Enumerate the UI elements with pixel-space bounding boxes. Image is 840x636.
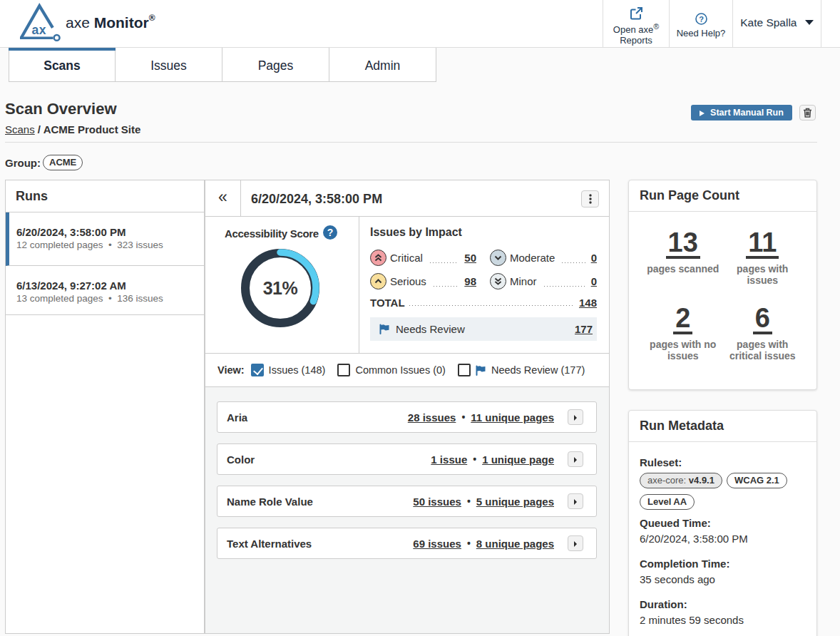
- svg-text:?: ?: [699, 15, 704, 24]
- svg-text:ax: ax: [32, 23, 46, 37]
